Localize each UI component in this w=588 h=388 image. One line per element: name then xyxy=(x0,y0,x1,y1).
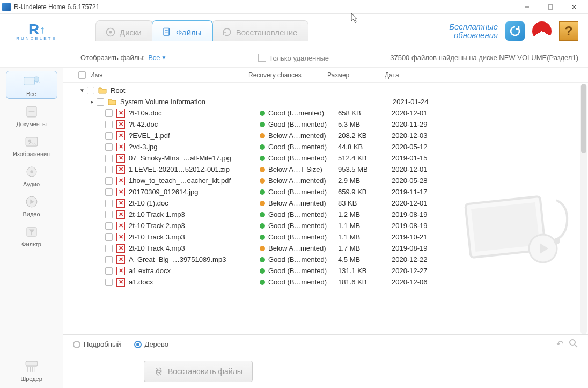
row-checkbox[interactable] xyxy=(105,211,113,218)
sidebar-item-label: Фильтр xyxy=(21,241,41,247)
row-checkbox[interactable] xyxy=(105,222,113,230)
vertical-scrollbar[interactable] xyxy=(580,84,587,334)
tab-restore[interactable]: Восстановление xyxy=(212,20,309,41)
column-name[interactable]: Имя xyxy=(90,71,245,79)
header: R↑ RUNDELETE Диски Файлы Восстановление … xyxy=(0,14,588,48)
files-icon xyxy=(161,26,173,38)
language-icon[interactable] xyxy=(532,21,552,41)
expand-icon[interactable]: ▼ xyxy=(78,87,86,93)
radio-tree[interactable] xyxy=(134,341,142,348)
row-checkbox[interactable] xyxy=(105,143,113,151)
row-date: 2021-01-24 xyxy=(393,98,452,106)
sidebar-item-shredder[interactable]: Шредер xyxy=(6,356,57,384)
radio-detailed[interactable] xyxy=(73,341,80,348)
scrollbar-thumb[interactable] xyxy=(581,84,586,153)
only-deleted-checkbox[interactable]: Только удаленные xyxy=(258,54,329,62)
recovery-text: Below A…mented) xyxy=(268,199,326,207)
column-date[interactable]: Дата xyxy=(385,71,449,79)
row-checkbox[interactable] xyxy=(105,233,113,241)
row-checkbox[interactable] xyxy=(105,188,113,196)
video-icon xyxy=(16,194,48,210)
row-date: 2020-12-01 xyxy=(392,109,451,117)
sidebar-item-filter[interactable]: Фильтр xyxy=(6,221,57,249)
row-recovery: Good (B…mented) xyxy=(260,278,338,286)
row-name: ?vd-3.jpg xyxy=(129,143,260,151)
row-checkbox[interactable] xyxy=(105,200,113,207)
restore-files-button[interactable]: Восстановить файлы xyxy=(144,361,253,382)
chevron-down-icon[interactable]: ▼ xyxy=(161,55,167,61)
file-row[interactable]: ✕?t-10a.docGood (I…mented)658 KB2020-12-… xyxy=(74,107,588,119)
restore-icon xyxy=(221,26,233,38)
tree-folder-row[interactable]: ▸ System Volume Information 2021-01-24 xyxy=(74,96,588,107)
tab-files[interactable]: Файлы xyxy=(152,20,213,41)
tree-root-row[interactable]: ▼ Root xyxy=(74,85,588,96)
maximize-button[interactable] xyxy=(539,1,562,13)
row-date: 2020-05-28 xyxy=(392,177,451,185)
file-row[interactable]: ✕?vd-3.jpgGood (B…mented)44.8 KB2020-05-… xyxy=(74,141,588,152)
status-dot-icon xyxy=(260,201,265,206)
app-icon xyxy=(2,3,11,11)
row-date: 2020-12-03 xyxy=(392,131,451,140)
filter-all-dropdown[interactable]: Все xyxy=(148,54,160,62)
row-checkbox[interactable] xyxy=(105,267,113,275)
svg-point-10 xyxy=(34,77,39,82)
file-row[interactable]: ✕1 LEVEL-20201…5201Z-001.zipBelow A…T Si… xyxy=(74,164,588,175)
row-checkbox[interactable] xyxy=(105,109,113,117)
row-checkbox[interactable] xyxy=(105,155,113,162)
column-size[interactable]: Размер xyxy=(327,71,381,79)
file-type-icon: ✕ xyxy=(116,233,126,241)
view-detailed-label: Подробный xyxy=(84,340,121,348)
status-dot-icon xyxy=(260,212,265,217)
row-size: 44.8 KB xyxy=(338,143,392,151)
select-all-checkbox[interactable] xyxy=(78,71,86,79)
row-size: 1.1 MB xyxy=(338,233,392,241)
help-button[interactable]: ? xyxy=(559,21,578,41)
row-name: 2t-10 Track 1.mp3 xyxy=(129,210,260,218)
sidebar-item-label: Видео xyxy=(23,211,40,217)
file-type-icon: ✕ xyxy=(116,255,126,264)
file-type-icon: ✕ xyxy=(116,154,126,163)
back-icon[interactable]: ↶ xyxy=(556,339,563,350)
file-row[interactable]: ✕07_Smoky-Mtns_…all-Mile17.jpgGood (B…me… xyxy=(74,152,588,164)
tab-disks[interactable]: Диски xyxy=(95,20,153,41)
sidebar-item-label: Документы xyxy=(16,121,47,127)
row-checkbox[interactable] xyxy=(105,177,113,185)
file-row[interactable]: ✕a1.docxGood (B…mented)181.6 KB2020-12-0… xyxy=(74,276,588,288)
row-checkbox[interactable] xyxy=(87,87,94,94)
minimize-button[interactable] xyxy=(515,1,539,13)
row-checkbox[interactable] xyxy=(105,279,113,286)
close-button[interactable] xyxy=(562,1,586,13)
sidebar-item-images[interactable]: Изображения xyxy=(6,131,57,159)
updates-spin-icon[interactable] xyxy=(505,21,525,41)
row-checkbox[interactable] xyxy=(105,132,113,140)
row-checkbox[interactable] xyxy=(105,256,113,263)
recovery-text: Good (B…mented) xyxy=(268,120,327,128)
column-recovery[interactable]: Recovery chances xyxy=(248,71,324,79)
row-name: ?EVEL_1.pdf xyxy=(129,131,260,140)
file-type-icon: ✕ xyxy=(116,165,126,174)
row-checkbox[interactable] xyxy=(97,98,104,106)
row-recovery: Below A…mented) xyxy=(260,177,338,185)
show-files-label: Отобразить файлы: xyxy=(80,54,145,62)
row-name: 2t-10 Track 4.mp3 xyxy=(129,244,260,252)
row-checkbox[interactable] xyxy=(105,121,113,128)
status-dot-icon xyxy=(260,257,265,262)
row-recovery: Good (I…mented) xyxy=(260,109,338,117)
sidebar-item-audio[interactable]: Аудио xyxy=(6,161,57,189)
free-updates-link[interactable]: Бесплатные обновления xyxy=(449,23,498,40)
file-tree[interactable]: ▼ Root ▸ System Volume Information 2021-… xyxy=(63,83,588,334)
sidebar-item-documents[interactable]: Документы xyxy=(6,101,57,129)
sidebar-item-all[interactable]: Все xyxy=(6,71,57,99)
file-row[interactable]: ✕?t-42.docGood (B…mented)5.3 MB2020-11-2… xyxy=(74,119,588,130)
file-row[interactable]: ✕?EVEL_1.pdfBelow A…mented)208.2 KB2020-… xyxy=(74,130,588,141)
search-icon[interactable] xyxy=(569,339,578,350)
tab-label: Файлы xyxy=(176,28,202,37)
row-checkbox[interactable] xyxy=(105,245,113,252)
logo-arrow-icon: ↑ xyxy=(40,24,45,36)
sidebar-item-video[interactable]: Видео xyxy=(6,191,57,219)
expand-icon[interactable]: ▸ xyxy=(88,99,95,105)
row-checkbox[interactable] xyxy=(105,166,113,173)
file-row[interactable]: ✕1how_to_teach_…eacher_kit.pdfBelow A…me… xyxy=(74,175,588,186)
documents-icon xyxy=(16,104,48,120)
view-tree-label: Дерево xyxy=(145,340,168,348)
